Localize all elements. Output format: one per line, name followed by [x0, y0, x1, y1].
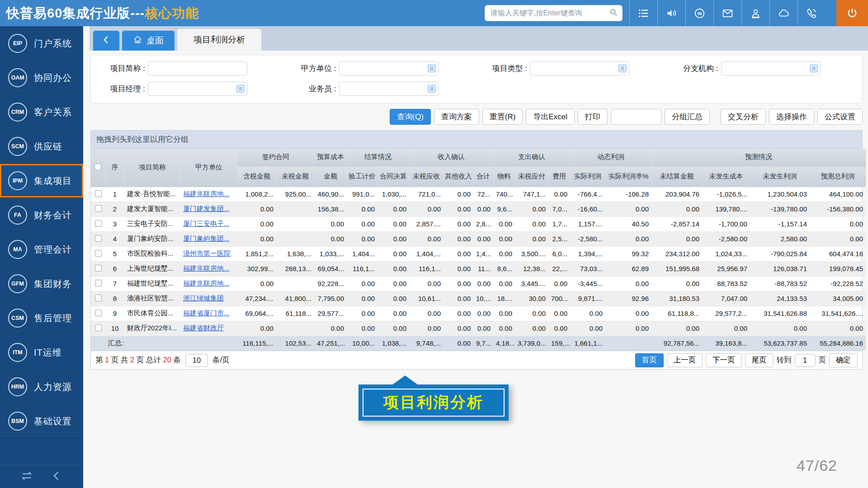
sidebar-item-scm[interactable]: SCM供应链	[0, 129, 83, 164]
sidebar-item-eip[interactable]: EIP门户系统	[0, 26, 83, 61]
client-link[interactable]: 浙江绿城集团	[183, 294, 224, 302]
branch-field[interactable]	[724, 65, 810, 72]
confirm-button[interactable]: 确定	[829, 353, 858, 367]
column-header[interactable]: 项目简称	[124, 149, 180, 187]
blank-button[interactable]	[611, 109, 661, 125]
query-button[interactable]: 查询(Q)	[390, 109, 431, 125]
column-header[interactable]: 含税金额	[237, 166, 276, 187]
row-checkbox[interactable]	[95, 235, 102, 242]
column-header[interactable]: 合计	[473, 166, 493, 187]
sidebar-item-ipm[interactable]: IPM集成项目	[0, 164, 83, 198]
row-checkbox[interactable]	[95, 324, 102, 331]
next-page-button[interactable]: 下一页	[706, 353, 742, 367]
first-page-button[interactable]: 首页	[635, 353, 664, 367]
tab-project-profit-analysis[interactable]: 项目利润分析	[177, 29, 261, 51]
collapse-chevron-icon[interactable]	[50, 469, 63, 484]
phone-icon[interactable]	[797, 0, 826, 26]
column-group-header[interactable]: 预测情况	[651, 149, 866, 166]
formula-settings-button[interactable]: 公式设置	[817, 109, 863, 125]
project-type-field[interactable]	[533, 65, 618, 72]
row-checkbox[interactable]	[95, 280, 102, 286]
sidebar-item-ma[interactable]: MA管理会计	[0, 232, 83, 267]
column-header[interactable]: 实际利润率%	[605, 166, 651, 187]
project-name-field[interactable]	[151, 65, 245, 72]
client-link[interactable]: 福建省厦门市...	[183, 309, 230, 317]
column-group-header[interactable]: 支出确认	[493, 149, 570, 166]
lookup-icon[interactable]	[618, 64, 627, 73]
table-row[interactable]: 2建发大厦智能...厦门建发集团...0.00156,38...0.000.00…	[91, 202, 866, 216]
search-input[interactable]	[491, 9, 609, 17]
table-row[interactable]: 1建发·吾悦智能...福建兆联房地...1,008,2...925,00...4…	[91, 187, 866, 202]
print-button[interactable]: 打印	[578, 109, 608, 125]
reset-button[interactable]: 重置(R)	[482, 109, 523, 125]
column-group-header[interactable]: 动态利润	[570, 149, 651, 166]
column-group-header[interactable]: 签约合同	[237, 149, 314, 166]
column-header[interactable]: 未发生利润	[750, 166, 810, 187]
sidebar-item-itm[interactable]: ITMIT运维	[0, 335, 83, 370]
swap-icon[interactable]	[20, 469, 33, 484]
row-checkbox[interactable]	[95, 250, 102, 257]
tab-back-button[interactable]	[93, 31, 119, 51]
client-link[interactable]: 福建兆联房地...	[183, 279, 230, 287]
manager-field[interactable]	[151, 85, 236, 93]
client-link[interactable]: 厦门建发集团...	[183, 205, 230, 212]
speaker-icon[interactable]	[657, 0, 685, 26]
column-group-header[interactable]: 结算情况	[347, 149, 409, 166]
group-summary-button[interactable]: 分组汇总	[665, 109, 710, 125]
client-link[interactable]: 厦门三安电子...	[183, 220, 230, 227]
last-page-button[interactable]: 尾页	[745, 353, 774, 367]
column-header[interactable]: 金额	[314, 166, 347, 187]
column-header[interactable]: 合同决算	[377, 166, 409, 187]
client-link[interactable]: 厦门象屿集团...	[183, 235, 230, 242]
row-checkbox[interactable]	[95, 220, 102, 227]
cross-analysis-button[interactable]: 交叉分析	[721, 109, 766, 125]
select-all-checkbox[interactable]	[94, 164, 101, 170]
goto-page-input[interactable]: 1	[795, 354, 816, 367]
table-row[interactable]: 4厦门象屿安防...厦门象屿集团...0.000.000.000.000.000…	[91, 231, 866, 246]
column-header[interactable]: 费用	[548, 166, 570, 187]
select-operation-button[interactable]: 选择操作	[769, 109, 814, 125]
client-link[interactable]: 福建兆联房地...	[183, 190, 230, 197]
user-icon[interactable]	[741, 0, 769, 26]
search-icon[interactable]	[609, 7, 618, 19]
sidebar-item-csm[interactable]: CSM售后管理	[0, 301, 83, 335]
row-checkbox[interactable]	[95, 265, 102, 272]
table-row[interactable]: 9市民体育公园...福建省厦门市...69,064,...61,118...29…	[91, 306, 866, 321]
table-row[interactable]: 10财政厅2022年I...福建省财政厅0.000.000.000.000.00…	[91, 321, 866, 336]
lookup-icon[interactable]	[428, 84, 436, 93]
salesman-field[interactable]	[342, 85, 428, 93]
column-header[interactable]: 实际利润	[570, 166, 605, 187]
row-checkbox[interactable]	[95, 310, 102, 316]
column-header[interactable]: 甲方单位	[180, 149, 237, 187]
client-link[interactable]: 福建省财政厅	[183, 324, 224, 332]
column-header[interactable]: 其他收入	[443, 166, 473, 187]
table-row[interactable]: 7福建世纪珑墅...福建兆联房地...0.0092,228...0.000.00…	[91, 276, 866, 291]
row-checkbox[interactable]	[95, 295, 102, 301]
column-header[interactable]: 未发生成本	[702, 166, 750, 187]
power-icon[interactable]	[836, 0, 868, 26]
column-header[interactable]: 物料	[493, 166, 515, 187]
column-header[interactable]: 未税应收	[409, 166, 443, 187]
client-link[interactable]: 福建兆联房地...	[183, 264, 230, 272]
column-header[interactable]: 未税金额	[276, 166, 314, 187]
table-row[interactable]: 8渔港社区智慧...浙江绿城集团47,234....41,800...7,795…	[91, 291, 866, 306]
column-header[interactable]: 验工计价	[347, 166, 377, 187]
im-icon[interactable]: IM	[685, 0, 713, 26]
client-link[interactable]: 漳州市第一医院	[183, 249, 231, 257]
group-by-drop-zone[interactable]: 拖拽列头到这里以用它分组	[90, 130, 863, 148]
row-checkbox[interactable]	[95, 205, 102, 212]
export-excel-button[interactable]: 导出Excel	[526, 109, 575, 125]
sidebar-item-crm[interactable]: CRM客户关系	[0, 95, 83, 129]
page-size-input[interactable]: 10	[185, 354, 208, 367]
lookup-icon[interactable]	[428, 64, 436, 73]
sidebar-item-hrm[interactable]: HRM人力资源	[0, 370, 83, 404]
sidebar-item-bsm[interactable]: BSM基础设置	[0, 404, 83, 438]
client-field[interactable]	[342, 65, 428, 72]
sidebar-item-gfm[interactable]: GFM集团财务	[0, 267, 83, 301]
query-plan-button[interactable]: 查询方案	[434, 109, 479, 125]
sidebar-item-oam[interactable]: OAM协同办公	[0, 61, 83, 95]
column-group-header[interactable]: 收入确认	[409, 149, 493, 166]
column-header[interactable]: 序	[105, 149, 124, 187]
table-row[interactable]: 5市医院检验科...漳州市第一医院1,851,2...1,638,...1,03…	[91, 246, 866, 261]
column-header[interactable]: 未税应付	[515, 166, 548, 187]
